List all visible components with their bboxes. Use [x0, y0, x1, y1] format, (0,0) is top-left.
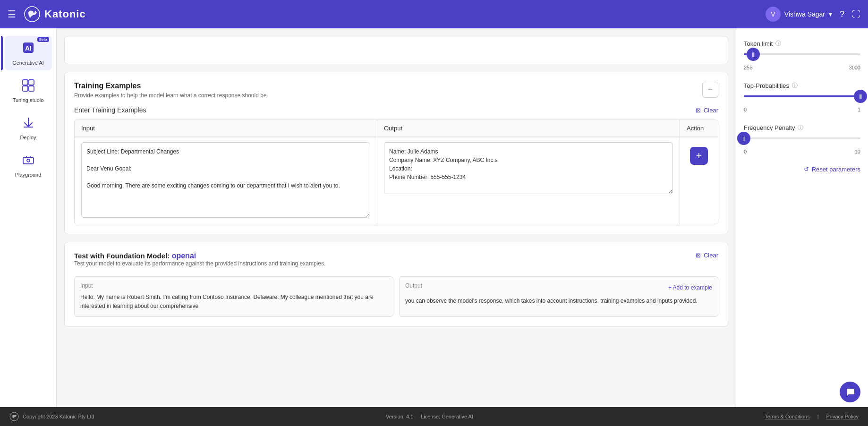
- test-output-label: Output: [405, 282, 422, 289]
- token-limit-value: 256: [744, 65, 752, 70]
- frequency-penalty-thumb[interactable]: |||: [737, 132, 750, 145]
- clear-label: Clear: [704, 107, 718, 114]
- svg-text:AI: AI: [25, 44, 32, 52]
- test-title-block: Test with Foundation Model: openai Test …: [74, 252, 325, 274]
- tuning-studio-icon: [22, 79, 35, 95]
- collapse-button[interactable]: −: [702, 82, 718, 98]
- frequency-penalty-min: 0: [744, 149, 747, 154]
- enter-examples-label: Enter Training Examples: [74, 106, 146, 114]
- add-example-button[interactable]: +: [690, 147, 708, 165]
- playground-icon: [22, 153, 35, 170]
- slider-thumb-icon: |||: [859, 94, 862, 99]
- card-subtitle: Provide examples to help the model learn…: [74, 92, 268, 99]
- frequency-penalty-track: |||: [744, 137, 860, 139]
- token-limit-thumb[interactable]: |||: [747, 48, 760, 61]
- logo-bird-icon: [24, 6, 41, 23]
- sidebar-item-label: Generative AI: [12, 60, 44, 66]
- frequency-penalty-max: 10: [855, 149, 860, 154]
- test-grid: Input Hello. My name is Robert Smith. I'…: [74, 276, 718, 317]
- sidebar-item-deploy[interactable]: Deploy: [5, 111, 52, 145]
- beta-badge: Beta: [37, 37, 49, 42]
- top-probabilities-track: |||: [744, 95, 860, 97]
- expand-icon[interactable]: ⛶: [852, 9, 860, 19]
- col-action: Action: [680, 120, 718, 136]
- table-header: Input Output Action: [75, 120, 718, 137]
- top-probabilities-slider[interactable]: |||: [744, 95, 860, 97]
- frequency-penalty-info-icon[interactable]: ⓘ: [798, 124, 803, 132]
- sidebar-item-generative-ai[interactable]: Beta AI Generative AI: [5, 36, 52, 70]
- footer-logo-icon: [9, 412, 19, 421]
- top-probabilities-thumb[interactable]: |||: [854, 90, 867, 103]
- table-cell-action: +: [680, 137, 718, 224]
- privacy-link[interactable]: Privacy Policy: [826, 414, 859, 419]
- user-name: Vishwa Sagar: [784, 10, 825, 18]
- sidebar-item-label: Deploy: [20, 135, 36, 140]
- enter-examples-section-header: Enter Training Examples ⊠ Clear: [74, 106, 718, 114]
- token-limit-info-icon[interactable]: ⓘ: [775, 40, 781, 48]
- clear-test-label: Clear: [704, 252, 718, 259]
- reset-icon: ↺: [804, 166, 809, 173]
- training-examples-header: Training Examples Provide examples to he…: [74, 82, 718, 99]
- sidebar-item-label: Playground: [15, 172, 42, 178]
- chat-bubble-button[interactable]: [840, 382, 860, 402]
- sidebar-item-tuning-studio[interactable]: Tuning studio: [5, 74, 52, 108]
- training-examples-title-block: Training Examples Provide examples to he…: [74, 82, 268, 99]
- add-to-example-button[interactable]: + Add to example: [668, 284, 712, 291]
- right-panel: Token limit ⓘ ||| 256 3000 Top-Probabili…: [736, 28, 868, 407]
- token-limit-labels: 256 3000: [744, 65, 860, 70]
- deploy-icon: [22, 116, 35, 133]
- user-dropdown-icon: ▾: [829, 10, 832, 18]
- footer-center: Version: 4.1 License: Generative AI: [386, 414, 473, 419]
- svg-point-10: [27, 159, 30, 162]
- test-title: Test with Foundation Model: openai: [74, 252, 325, 260]
- frequency-penalty-section: Frequency Penalty ⓘ ||| 0 10: [744, 124, 860, 154]
- sidebar-item-playground[interactable]: Playground: [5, 149, 52, 182]
- test-output-text: you can observe the model's response, wh…: [405, 297, 712, 306]
- col-input: Input: [75, 120, 377, 136]
- test-subtitle: Test your model to evaluate its performa…: [74, 260, 325, 267]
- terms-link[interactable]: Terms & Conditions: [765, 414, 809, 419]
- svg-rect-7: [29, 86, 34, 91]
- svg-rect-9: [23, 157, 34, 164]
- test-model-link[interactable]: openai: [172, 252, 196, 260]
- top-probabilities-info-icon[interactable]: ⓘ: [792, 82, 798, 90]
- footer-copyright: Copyright 2023 Katonic Pty Ltd: [23, 414, 94, 419]
- col-output: Output: [377, 120, 680, 136]
- input-textarea[interactable]: [81, 142, 370, 218]
- clear-test-button[interactable]: ⊠ Clear: [696, 252, 718, 259]
- sidebar-item-label: Tuning studio: [13, 97, 44, 103]
- frequency-penalty-labels: 0 10: [744, 149, 860, 154]
- footer-left: Copyright 2023 Katonic Pty Ltd: [9, 412, 94, 421]
- top-probabilities-section: Top-Probabilities ⓘ ||| 0 1: [744, 82, 860, 112]
- top-card: [64, 36, 728, 64]
- sidebar: Beta AI Generative AI Tuning studio: [0, 28, 57, 407]
- logo-text: Katonic: [44, 8, 86, 20]
- slider-thumb-icon: |||: [752, 52, 754, 57]
- footer-links: Terms & Conditions | Privacy Policy: [765, 414, 859, 419]
- clear-icon: ⊠: [696, 107, 701, 114]
- frequency-penalty-slider[interactable]: |||: [744, 137, 860, 139]
- svg-point-1: [33, 11, 35, 13]
- help-icon[interactable]: ?: [840, 9, 844, 19]
- footer-license: License: Generative AI: [421, 414, 473, 419]
- table-cell-output: [377, 137, 680, 224]
- center-panel: Training Examples Provide examples to he…: [57, 28, 736, 407]
- top-probabilities-value: 1: [858, 107, 860, 112]
- table-row: +: [75, 137, 718, 224]
- test-input-label: Input: [80, 282, 387, 289]
- reset-parameters-button[interactable]: ↺ Reset parameters: [804, 166, 860, 173]
- avatar: V: [766, 7, 781, 22]
- header-left: ☰ Katonic: [8, 6, 86, 23]
- hamburger-menu-icon[interactable]: ☰: [8, 9, 16, 20]
- token-limit-track: |||: [744, 53, 860, 55]
- app-header: ☰ Katonic V Vishwa Sagar ▾ ? ⛶: [0, 0, 868, 28]
- top-probabilities-min: 0: [744, 107, 747, 112]
- token-limit-label: Token limit ⓘ: [744, 40, 860, 48]
- clear-training-examples-button[interactable]: ⊠ Clear: [696, 107, 718, 114]
- footer: Copyright 2023 Katonic Pty Ltd Version: …: [0, 407, 868, 426]
- token-limit-max: 3000: [849, 65, 860, 70]
- output-textarea[interactable]: [384, 142, 673, 194]
- training-examples-card: Training Examples Provide examples to he…: [64, 72, 728, 234]
- token-limit-slider[interactable]: |||: [744, 53, 860, 55]
- user-profile[interactable]: V Vishwa Sagar ▾: [766, 7, 832, 22]
